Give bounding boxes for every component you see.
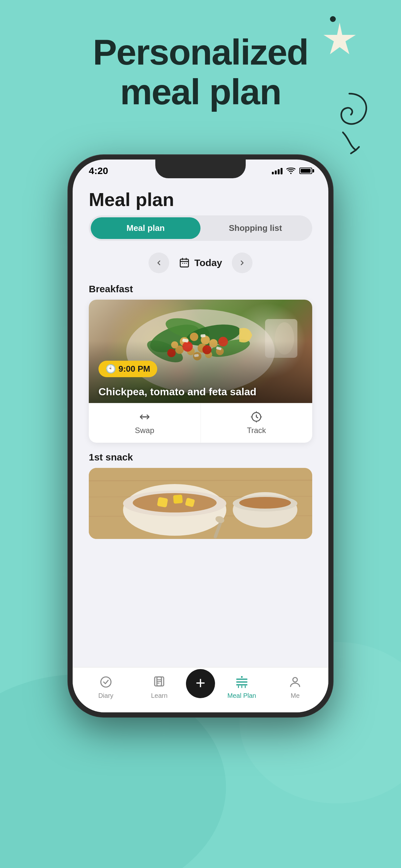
current-date: Today <box>179 257 222 268</box>
calendar-icon <box>179 257 190 268</box>
chevron-left-icon <box>155 259 163 267</box>
meal-plan-icon <box>234 674 250 690</box>
swirl-decoration <box>323 90 375 156</box>
date-nav: Today <box>73 247 328 281</box>
meal-time: 9:00 PM <box>119 364 150 374</box>
me-label: Me <box>290 692 300 700</box>
clock-emoji: 🕙 <box>105 364 116 374</box>
snack-image <box>89 468 312 539</box>
battery-icon <box>299 167 312 174</box>
me-icon <box>287 674 303 690</box>
date-text: Today <box>194 257 222 268</box>
nav-diary[interactable]: Diary <box>79 674 133 700</box>
svg-point-2 <box>182 263 183 264</box>
prev-date-button[interactable] <box>149 252 169 273</box>
sparkle-decoration <box>323 23 356 56</box>
wifi-icon <box>286 167 296 175</box>
meal-actions: Swap Track <box>89 403 312 443</box>
phone-screen: 4:20 <box>73 159 328 712</box>
swap-button[interactable]: Swap <box>89 403 201 443</box>
meal-time-badge: 🕙 9:00 PM <box>98 361 157 377</box>
app-content: Meal plan Meal plan Shopping list <box>73 179 328 709</box>
status-time: 4:20 <box>89 165 108 176</box>
bottom-nav: Diary Learn + <box>73 667 328 712</box>
phone-outer-frame: 4:20 <box>68 155 333 717</box>
breakfast-card: 🕙 9:00 PM Chickpea, tomato and feta sala… <box>89 300 312 443</box>
tab-meal-plan[interactable]: Meal plan <box>91 217 201 239</box>
tab-shopping-list[interactable]: Shopping list <box>201 217 310 239</box>
signal-icon <box>272 167 282 175</box>
swap-label: Swap <box>135 426 154 435</box>
svg-point-0 <box>290 173 291 174</box>
svg-point-4 <box>186 263 187 264</box>
snack-image-svg <box>89 468 312 539</box>
breakfast-label: Breakfast <box>73 281 328 300</box>
svg-point-3 <box>184 263 185 264</box>
meal-image-container: 🕙 9:00 PM Chickpea, tomato and feta sala… <box>89 300 312 403</box>
track-label: Track <box>247 426 266 435</box>
meal-plan-label: Meal Plan <box>227 692 256 700</box>
swirl-icon <box>323 90 375 155</box>
svg-point-52 <box>293 678 297 682</box>
nav-meal-plan[interactable]: Meal Plan <box>215 674 269 700</box>
track-icon <box>251 411 262 423</box>
phone-notch <box>155 159 246 178</box>
chevron-right-icon <box>238 259 246 267</box>
swap-icon <box>139 411 150 423</box>
learn-icon <box>151 674 167 690</box>
snack-card <box>89 468 312 539</box>
svg-point-45 <box>239 497 291 508</box>
next-date-button[interactable] <box>232 252 252 273</box>
status-icons <box>272 167 312 175</box>
page-title: Meal plan <box>89 189 312 210</box>
add-button[interactable]: + <box>186 669 215 698</box>
svg-point-51 <box>241 676 243 678</box>
diary-label: Diary <box>98 692 113 700</box>
svg-rect-40 <box>157 497 168 507</box>
snack-label: 1st snack <box>73 449 328 468</box>
page-header: Meal plan <box>73 182 328 215</box>
tab-segment: Meal plan Shopping list <box>89 215 312 241</box>
diary-icon <box>98 674 114 690</box>
plus-icon: + <box>196 675 205 691</box>
meal-title: Chickpea, tomato and feta salad <box>98 385 303 398</box>
svg-line-34 <box>89 480 312 481</box>
svg-rect-41 <box>173 495 183 504</box>
track-button[interactable]: Track <box>201 403 312 443</box>
svg-point-48 <box>101 677 111 687</box>
nav-me[interactable]: Me <box>269 674 322 700</box>
sparkle-star-icon <box>323 23 356 55</box>
sparkle-dot <box>330 16 336 22</box>
learn-label: Learn <box>151 692 167 700</box>
nav-learn[interactable]: Learn <box>133 674 186 700</box>
phone-mockup: 4:20 <box>68 155 333 717</box>
